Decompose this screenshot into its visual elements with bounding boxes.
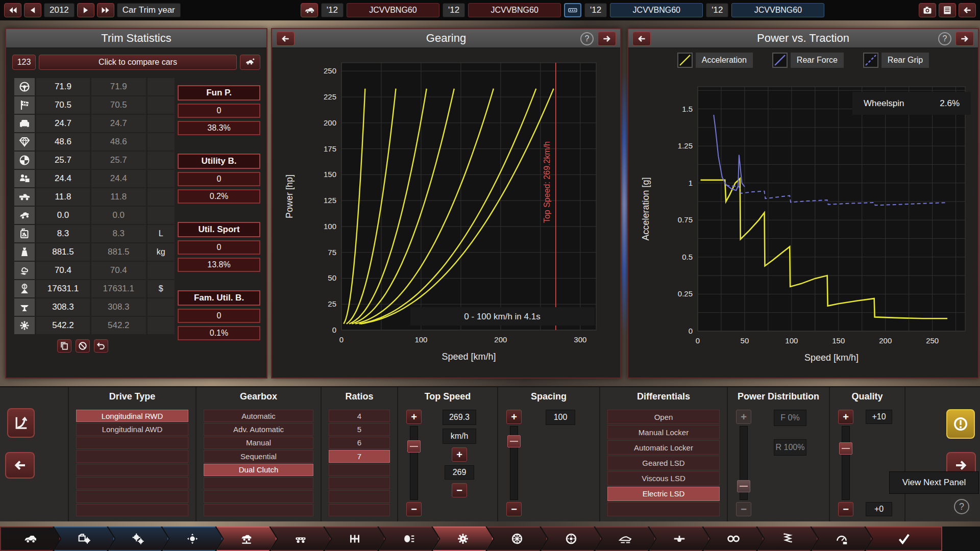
differential-option-geared-lsd[interactable]: Geared LSD <box>607 456 720 470</box>
nav-tab-car[interactable] <box>0 527 60 551</box>
slider-plus-button: + <box>736 410 751 424</box>
top-speed-slider[interactable]: +− <box>405 410 423 516</box>
nav-tab-chassis[interactable] <box>271 527 331 551</box>
clear-compare-button[interactable] <box>76 339 90 353</box>
summary-button[interactable] <box>939 3 956 17</box>
ratios-option-4[interactable]: 4 <box>329 410 390 422</box>
gearbox-option-sequential[interactable]: Sequential <box>204 450 313 462</box>
tuning-help-button[interactable]: ? <box>951 496 972 517</box>
ratios-option-empty[interactable] <box>329 504 390 516</box>
gearing-help-button[interactable]: ? <box>580 32 594 45</box>
nav-tab-gears[interactable] <box>108 527 168 551</box>
nav-tab-check[interactable] <box>866 527 942 551</box>
nav-tab-gearbox-schematic[interactable] <box>325 527 385 551</box>
slider-track[interactable] <box>510 426 518 500</box>
gearbox-option-empty[interactable] <box>204 504 313 516</box>
year-prev-button[interactable] <box>24 3 41 17</box>
warning-button[interactable] <box>946 409 975 439</box>
ratios-option-7[interactable]: 7 <box>329 450 390 462</box>
top-speed-fine-plus-button[interactable]: + <box>452 447 467 462</box>
gearbox-option-dual-clutch[interactable]: Dual Clutch <box>204 464 313 476</box>
compare-number-button[interactable]: 123 <box>12 55 36 70</box>
nav-tab-aero[interactable] <box>595 527 655 551</box>
drive-type-option-empty[interactable] <box>76 464 188 476</box>
model-tab-car[interactable]: JCVVBNG60 <box>468 3 561 17</box>
differential-option-viscous-lsd[interactable]: Viscous LSD <box>607 471 720 486</box>
compare-cars-button[interactable]: Click to compare cars <box>39 55 237 70</box>
tuning-graph-button[interactable] <box>7 408 35 438</box>
model-tab-engine[interactable]: JCVVBNG60 <box>610 3 703 17</box>
undo-button[interactable] <box>94 339 108 353</box>
gearbox-option-empty[interactable] <box>204 477 313 489</box>
gearing-prev-panel-button[interactable] <box>276 32 295 46</box>
slider-minus-button[interactable]: − <box>838 502 853 516</box>
gearbox-option-manual[interactable]: Manual <box>204 437 313 449</box>
slider-plus-button[interactable]: + <box>838 410 853 424</box>
nav-tab-dashboard[interactable] <box>812 527 872 551</box>
nav-tab-gear[interactable] <box>433 527 493 551</box>
model-tab-car[interactable]: JCVVBNG60 <box>347 3 439 17</box>
view-previous-panel-button[interactable] <box>5 452 35 479</box>
engine-model-button[interactable] <box>564 3 581 17</box>
slider-track[interactable] <box>842 426 850 500</box>
drive-type-option-empty[interactable] <box>76 437 188 449</box>
nav-tab-suspension[interactable] <box>757 527 818 551</box>
nav-tab-brake-disc[interactable] <box>541 527 601 551</box>
svg-text:0: 0 <box>332 325 336 334</box>
car-model-button[interactable] <box>301 3 318 17</box>
nav-tab-rim[interactable] <box>487 527 547 551</box>
gearing-next-panel-button[interactable] <box>598 32 616 46</box>
year-next-button[interactable] <box>77 3 94 17</box>
drive-type-option-empty[interactable] <box>76 450 188 462</box>
nav-tab-wheels[interactable] <box>703 527 764 551</box>
ratios-option-empty[interactable] <box>329 490 390 503</box>
traction-next-panel-button[interactable] <box>955 32 974 46</box>
nav-tab-car-lift[interactable] <box>216 527 277 551</box>
differential-option-empty[interactable] <box>607 502 720 516</box>
gearing-header: Gearing ? <box>272 29 620 48</box>
slider-minus-button[interactable]: − <box>506 502 522 516</box>
differential-option-automatic-locker[interactable]: Automatic Locker <box>607 440 720 455</box>
year-fastforward-button[interactable] <box>97 3 114 17</box>
year-rewind-button[interactable] <box>4 3 21 17</box>
quality-slider[interactable]: +− <box>837 410 854 516</box>
ratios-option-empty[interactable] <box>329 477 390 489</box>
nav-tab-engine-folder[interactable] <box>54 527 114 551</box>
ratios-option-5[interactable]: 5 <box>329 423 390 435</box>
differential-option-open[interactable]: Open <box>607 410 720 424</box>
nav-tab-gear-arrows[interactable] <box>162 527 223 551</box>
drive-type-option-longitudinal-rwd[interactable]: Longitudinal RWD <box>76 410 188 422</box>
spacing-slider[interactable]: +− <box>505 410 523 516</box>
legend-item-acceleration[interactable]: Acceleration <box>677 53 753 68</box>
traction-prev-panel-button[interactable] <box>632 32 651 46</box>
legend-item-rear-grip[interactable]: Rear Grip <box>863 53 929 68</box>
slider-handle[interactable] <box>407 440 421 453</box>
slider-plus-button[interactable]: + <box>406 410 422 424</box>
back-button[interactable] <box>959 3 976 17</box>
drive-type-option-longitudinal-awd[interactable]: Longitudinal AWD <box>76 423 188 435</box>
screenshot-button[interactable] <box>919 3 936 17</box>
nav-tab-headlight[interactable] <box>379 527 439 551</box>
drive-type-option-empty[interactable] <box>76 504 188 516</box>
model-tab-engine[interactable]: JCVVBNG60 <box>731 3 824 17</box>
slider-track[interactable] <box>410 426 418 500</box>
slider-minus-button[interactable]: − <box>406 502 422 516</box>
slider-handle[interactable] <box>507 435 521 447</box>
drive-type-option-empty[interactable] <box>76 477 188 489</box>
top-speed-fine-minus-button[interactable]: − <box>452 483 467 497</box>
drive-type-option-empty[interactable] <box>76 490 188 503</box>
gearbox-option-automatic[interactable]: Automatic <box>204 410 313 422</box>
compare-car-button[interactable] <box>240 55 260 70</box>
slider-handle[interactable] <box>839 442 852 455</box>
copy-stats-button[interactable] <box>57 339 71 353</box>
differential-option-electric-lsd[interactable]: Electric LSD <box>607 487 720 501</box>
gearbox-option-adv-automatic[interactable]: Adv. Automatic <box>204 423 313 435</box>
gearbox-option-empty[interactable] <box>204 490 313 503</box>
ratios-option-6[interactable]: 6 <box>329 437 390 449</box>
nav-tab-differential[interactable] <box>649 527 709 551</box>
ratios-option-empty[interactable] <box>329 464 390 476</box>
traction-help-button[interactable]: ? <box>938 32 951 45</box>
differential-option-manual-locker[interactable]: Manual Locker <box>607 425 720 439</box>
slider-plus-button[interactable]: + <box>506 410 522 424</box>
legend-item-rear-force[interactable]: Rear Force <box>772 53 844 68</box>
